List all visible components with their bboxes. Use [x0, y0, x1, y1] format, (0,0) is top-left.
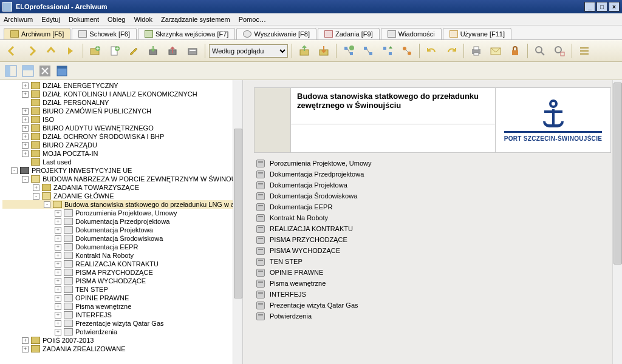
tree-node[interactable]: +PISMA WYCHODZĄCE [2, 277, 242, 285]
expand-icon[interactable]: + [22, 83, 29, 89]
lock-button[interactable] [507, 42, 524, 59]
new-document-button[interactable]: + [106, 42, 123, 59]
tree-node[interactable]: +OPINIE PRAWNE [2, 294, 242, 302]
expand-icon[interactable]: + [22, 108, 29, 115]
tree-node[interactable]: -Budowa stanowiska statkowego do przeład… [2, 200, 242, 209]
tree-node[interactable]: -ZADANIE GŁÓWNE [2, 192, 242, 200]
export-button[interactable] [296, 42, 313, 59]
tree-node[interactable]: +BIURO ZARZĄDU [2, 141, 242, 149]
expand-icon[interactable]: + [22, 142, 29, 149]
close-button[interactable]: × [609, 2, 620, 12]
detail-scrollbar[interactable] [612, 80, 622, 364]
layout-close-button[interactable] [38, 64, 52, 78]
list-item[interactable]: Potwierdzenia [254, 311, 611, 322]
tab[interactable]: Wyszukiwanie [F8] [236, 28, 316, 39]
nav-back-button[interactable] [4, 42, 21, 59]
nav-up-button[interactable] [43, 42, 60, 59]
expand-icon[interactable]: + [55, 320, 61, 327]
tree-node[interactable]: +BIURO AUDYTU WEWNĘTRZNEGO [2, 124, 242, 132]
tree-node[interactable]: -PROJEKTY INWESTYCYJNE UE [2, 166, 242, 175]
nav-forward-button[interactable] [23, 42, 40, 59]
menu-item[interactable]: Widok [134, 16, 152, 23]
tree-node[interactable]: +Prezentacje wizyta Qatar Gas [2, 319, 242, 328]
expand-icon[interactable]: + [55, 261, 61, 268]
tree-node[interactable]: +INTERFEJS [2, 311, 242, 319]
list-item[interactable]: OPINIE PRAWNE [254, 267, 611, 278]
list-item[interactable]: PISMA WYCHODZĄCE [254, 245, 611, 256]
list-item[interactable]: Dokumentacja Przedprojektowa [254, 169, 611, 180]
tree-node[interactable]: +Dokumentacja Projektowa [2, 226, 242, 234]
tab[interactable]: Wiadomości [381, 28, 442, 39]
expand-icon[interactable]: + [55, 286, 61, 293]
zoom-button[interactable] [531, 42, 549, 59]
list-item[interactable]: PISMA PRZYCHODZĄCE [254, 234, 611, 245]
tree-node[interactable]: +Pisma wewnętrzne [2, 302, 242, 311]
layout-horizontal-button[interactable] [4, 64, 18, 78]
process-button[interactable] [398, 42, 415, 59]
expand-icon[interactable]: + [55, 227, 61, 234]
redo-button[interactable] [443, 42, 460, 59]
tree-node[interactable]: Last used [2, 158, 242, 166]
menu-item[interactable]: Obieg [108, 16, 125, 23]
tree-node[interactable]: +TEN STEP [2, 285, 242, 294]
expand-icon[interactable]: + [55, 210, 61, 217]
expand-icon[interactable]: + [22, 91, 29, 98]
tree-node[interactable]: +Dokumentacja EEPR [2, 243, 242, 251]
expand-icon[interactable]: + [55, 303, 61, 310]
workflow-view-button[interactable] [360, 42, 377, 59]
expand-icon[interactable]: + [55, 278, 61, 285]
expand-icon[interactable]: + [55, 269, 61, 276]
tree-node[interactable]: +ZADANIA TOWARZYSZĄCE [2, 183, 242, 192]
tree-node[interactable]: -BUDOWA NABRZEZA W PORCIE ZEWNĘTRZNYM W … [2, 175, 242, 183]
checkout-button[interactable] [145, 42, 162, 59]
tree-node[interactable]: DZIAŁ PERSONALNY [2, 98, 242, 107]
collapse-icon[interactable]: - [11, 167, 18, 174]
nav-next-button[interactable] [62, 42, 79, 59]
tree-node[interactable]: +DZIAŁ ENERGETYCZNY [2, 81, 242, 90]
menu-item[interactable]: Edytuj [41, 16, 60, 23]
menu-item[interactable]: Dokument [69, 16, 99, 23]
tree-scrollbar[interactable] [233, 80, 242, 364]
collapse-icon[interactable]: - [33, 193, 39, 200]
expand-icon[interactable]: + [33, 184, 39, 191]
list-item[interactable]: REALIZACJA KONTRAKTU [254, 223, 611, 234]
tree-node[interactable]: +PISMA PRZYCHODZĄCE [2, 268, 242, 277]
tree-node[interactable]: +MOJA POCZTA-IN [2, 149, 242, 158]
undo-button[interactable] [423, 42, 440, 59]
tab[interactable]: Używane [F11] [443, 28, 511, 39]
tree-node[interactable]: +Kontrakt Na Roboty [2, 251, 242, 260]
expand-icon[interactable]: + [22, 150, 29, 157]
tree-node[interactable]: +Dokumentacja Przedprojektowa [2, 217, 242, 226]
list-item[interactable]: Dokumentacja Środowiskowa [254, 190, 611, 201]
expand-icon[interactable]: + [22, 346, 29, 352]
tree-node[interactable]: +Potwierdzenia [2, 328, 242, 336]
list-button[interactable] [576, 42, 593, 59]
collapse-icon[interactable]: - [44, 201, 50, 208]
list-item[interactable]: TEN STEP [254, 256, 611, 267]
expand-icon[interactable]: + [55, 252, 61, 259]
tab[interactable]: Zadania [F9] [318, 28, 380, 39]
mail-button[interactable] [487, 42, 504, 59]
collapse-icon[interactable]: - [22, 176, 29, 183]
tree-node[interactable]: +Dokumentacja Środowiskowa [2, 234, 242, 243]
expand-icon[interactable]: + [55, 244, 61, 251]
tree-node[interactable]: +POIiŚ 2007-2013 [2, 336, 242, 345]
list-item[interactable]: Dokumentacja EEPR [254, 201, 611, 212]
list-item[interactable]: Dokumentacja Projektowa [254, 180, 611, 190]
menu-item[interactable]: Archiwum [4, 16, 33, 23]
view-mode-select[interactable]: Według podglądu [209, 44, 288, 58]
expand-icon[interactable]: + [55, 235, 61, 242]
tree-node[interactable]: +DZIAŁ OCHRONY ŚRODOWISKA I BHP [2, 132, 242, 141]
tree-node[interactable]: +BIURO ZAMÓWIEŃ PUBLICZNYCH [2, 107, 242, 115]
expand-icon[interactable]: + [22, 116, 29, 123]
tree-node[interactable]: +ISO [2, 115, 242, 124]
list-item[interactable]: Pisma wewnętrzne [254, 278, 611, 289]
workflow-new-button[interactable] [340, 42, 357, 59]
print-button[interactable] [468, 42, 485, 59]
new-folder-button[interactable]: + [87, 42, 104, 59]
maximize-button[interactable]: □ [596, 2, 607, 12]
menu-item[interactable]: Zarządzanie systemem [161, 16, 230, 23]
list-item[interactable]: Porozumienia Projektowe, Umowy [254, 158, 611, 169]
menu-item[interactable]: Pomoc… [239, 16, 266, 23]
list-item[interactable]: INTERFEJS [254, 289, 611, 300]
